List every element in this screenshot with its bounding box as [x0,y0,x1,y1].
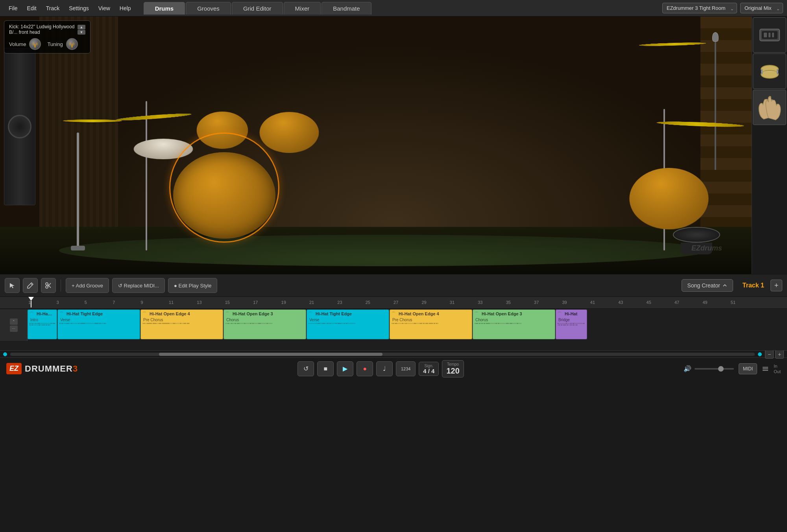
zoom-out-btn[interactable]: − [765,350,774,359]
tuning-knob[interactable]: 0.0 [66,38,78,50]
segment-section-bridge: Bridge [556,318,587,322]
count-btn[interactable]: 1234 [396,361,416,376]
mix-preset-select[interactable]: Original Mix [740,3,783,13]
pattern-dot [146,323,147,324]
floor-mat [59,235,708,266]
toolbar: + Add Groove ↺ Replace MIDI... ● Edit Pl… [0,274,787,297]
metronome-btn[interactable]: ♩ [376,361,393,376]
pattern-dot [488,323,488,324]
pattern-dot [575,324,576,326]
edit-play-style-btn[interactable]: ● Edit Play Style [168,278,217,293]
drum-tom2[interactable] [257,112,322,153]
stop-btn[interactable]: ■ [317,361,334,376]
menu-track[interactable]: Track [41,3,64,14]
pattern-dot [574,323,575,324]
segment-bridge[interactable]: ⌒Hi-HatBridge [556,309,587,339]
menu-file[interactable]: File [4,3,22,14]
volume-thumb[interactable] [718,366,724,372]
pattern-dot [573,324,574,326]
song-creator-btn[interactable]: Song Creator [682,279,733,292]
track-collapse-btn[interactable]: ⌃ [10,318,18,325]
cymbal-crash2[interactable] [636,42,709,47]
replace-midi-btn[interactable]: ↺ Replace MIDI... [112,278,165,293]
pattern-dot [72,323,73,324]
menu-help[interactable]: Help [115,3,136,14]
pencil-tool-btn[interactable] [23,278,38,293]
select-tool-btn[interactable] [5,278,20,293]
tab-drums[interactable]: Drums [144,2,185,15]
segment-chorus1[interactable]: ⌒Hi-Hat Open Edge 3Chorus [224,309,306,339]
drum-floor-tom[interactable] [625,168,713,229]
room-preset-select[interactable]: EZdrummer 3 Tight Room [662,3,737,13]
pattern-dot [433,323,434,324]
menu-icon-btn[interactable] [762,365,769,372]
pattern-dot [409,323,410,324]
tab-grid-editor[interactable]: Grid Editor [232,2,283,15]
drum-name-down[interactable]: ▼ [78,30,85,35]
pattern-dot [486,323,487,324]
pattern-dot [498,323,499,324]
pattern-dot [52,323,53,324]
tab-bandmate[interactable]: Bandmate [321,2,371,15]
drum-name-up[interactable]: ▲ [78,25,85,29]
pattern-dot [582,323,583,324]
time-sig-box[interactable]: Sign. 4 / 4 [419,362,439,376]
volume-slider[interactable] [695,368,734,370]
zoom-in-btn[interactable]: + [775,350,784,359]
pattern-dot [68,323,68,324]
in-label[interactable]: In [774,364,781,368]
play-btn[interactable]: ▶ [337,361,353,376]
menu-view[interactable]: View [94,3,115,14]
track-menu-btn[interactable]: ⋯ [10,326,18,332]
scroll-right-dot[interactable] [758,352,762,356]
pattern-dot [260,323,260,324]
segment-chorus2[interactable]: ⌒Hi-Hat Open Edge 3Chorus [473,309,555,339]
cymbal-crash[interactable] [111,113,195,123]
segment-prechorus1[interactable]: ⌒Hi-Hat Open Edge 4Pre Chorus [140,309,223,339]
add-groove-btn[interactable]: + Add Groove [66,278,109,293]
pattern-dot [414,323,415,324]
right-panel-hands[interactable] [753,90,786,125]
pattern-dot [234,323,235,324]
segment-intro[interactable]: ⌒Hi-Hat Tight EdgeIntro [28,309,57,339]
right-panel-snare[interactable] [753,53,786,89]
midi-btn[interactable]: MIDI [739,363,757,374]
segment-prechorus2[interactable]: ⌒Hi-Hat Open Edge 4Pre Chorus [390,309,472,339]
playhead[interactable] [28,297,34,308]
pattern-dot [97,323,98,324]
pattern-dot [501,323,501,324]
pattern-dot [338,323,339,324]
drum-bass[interactable] [173,152,275,239]
scroll-left-dot[interactable] [3,352,7,356]
add-track-btn[interactable]: + [770,280,782,291]
segment-verse2[interactable]: ⌒Hi-Hat Tight EdgeVerse [307,309,389,339]
pattern-dot [490,323,491,324]
scroll-track[interactable] [10,353,755,356]
pattern-dot [171,323,172,324]
pattern-dot [76,323,77,324]
right-panel-hardware[interactable] [753,17,786,53]
menu-edit[interactable]: Edit [22,3,41,14]
tab-grooves[interactable]: Grooves [186,2,231,15]
tempo-box[interactable]: Tempo 120 [442,360,464,377]
pattern-dot [312,323,313,324]
pattern-dot [33,323,34,324]
scroll-thumb[interactable] [159,353,382,356]
pattern-dot [145,323,146,324]
tab-mixer[interactable]: Mixer [284,2,321,15]
track-area: ⌃ ⋯ ⌒Hi-Hat Tight EdgeIntro⌒Hi-Hat Tight… [0,308,787,350]
menu-settings[interactable]: Settings [64,3,94,14]
out-label[interactable]: Out [774,369,781,374]
pattern-dot [516,323,517,324]
loop-btn[interactable]: ↺ [297,361,314,376]
pattern-dot [350,323,351,324]
pattern-dot [514,323,514,324]
pattern-dot [35,323,36,324]
pattern-dot [32,323,33,324]
segment-verse1[interactable]: ⌒Hi-Hat Tight EdgeVerse [57,309,140,339]
pattern-dot [83,323,84,324]
volume-knob[interactable]: 0.0 [29,38,41,50]
chevron-up-icon [722,283,727,288]
record-btn[interactable]: ● [357,361,373,376]
scissors-tool-btn[interactable] [41,278,56,293]
